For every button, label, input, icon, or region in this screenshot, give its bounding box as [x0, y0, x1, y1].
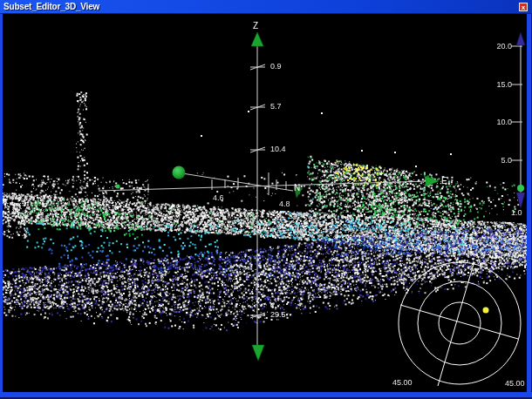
- subset-editor-3d-view-window: ZEN0.95.710.429.54.64.820.015.010.05.01.…: [0, 0, 532, 399]
- window-border-left: [0, 14, 3, 399]
- window-title: Subset_Editor_3D_View: [3, 2, 99, 11]
- point-cloud-viewport[interactable]: [3, 14, 527, 392]
- window-border-right: [527, 14, 532, 399]
- window-border-bottom: [0, 392, 532, 399]
- titlebar[interactable]: Subset_Editor_3D_View x: [0, 0, 532, 14]
- close-button[interactable]: x: [519, 3, 528, 11]
